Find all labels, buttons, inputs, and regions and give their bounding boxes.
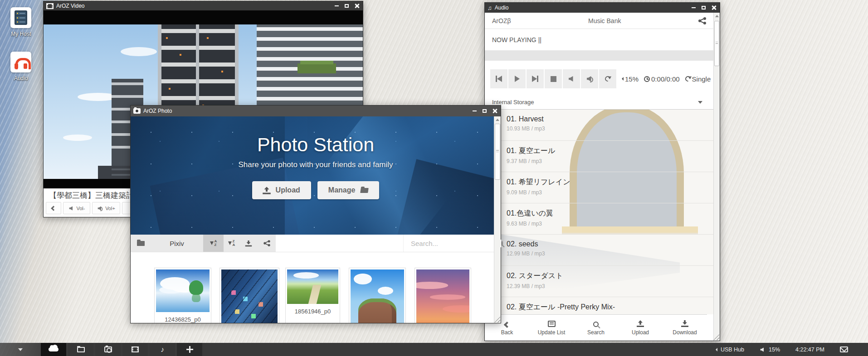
track-meta: 12.99 MB / mp3: [507, 250, 709, 257]
photo-thumbnail-landscape[interactable]: [287, 269, 338, 304]
download-button[interactable]: Download: [663, 320, 707, 336]
upload-button[interactable]: Upload: [252, 181, 311, 199]
previous-track-button[interactable]: [490, 69, 507, 88]
photo-station-subtitle: Share your photo with your friends and f…: [238, 160, 393, 169]
photo-thumbnail-cyber-city[interactable]: [221, 269, 278, 323]
volume-down-button[interactable]: [563, 69, 580, 88]
taskbar-tile-cloud[interactable]: [41, 343, 66, 356]
next-track-button[interactable]: [527, 69, 544, 88]
my-host-tile[interactable]: [10, 7, 31, 28]
search-button[interactable]: Search: [574, 320, 618, 336]
next-icon: [532, 76, 537, 82]
photo-card[interactable]: 18561946_p0: [285, 268, 340, 323]
close-icon: [712, 5, 716, 10]
volume-up-label: Vol+: [105, 206, 115, 211]
photo-window-titlebar[interactable]: ArOZ Photo: [131, 106, 501, 116]
search-icon[interactable]: [501, 241, 503, 246]
photo-thumbnail-sunset[interactable]: [416, 269, 469, 323]
scrollbar-thumb[interactable]: [714, 21, 719, 66]
minimize-button[interactable]: [471, 108, 478, 114]
minimize-button[interactable]: [690, 5, 697, 11]
desktop-icon-audio[interactable]: Audio: [0, 52, 42, 82]
headphones-icon: [15, 58, 27, 69]
sort-ascending-button[interactable]: AZ: [203, 235, 224, 252]
storage-select[interactable]: Internal Storage: [485, 95, 713, 110]
taskbar-tile-files[interactable]: [68, 343, 93, 356]
share-button[interactable]: [258, 235, 276, 252]
maximize-button[interactable]: [700, 5, 707, 11]
audio-tile[interactable]: [10, 52, 31, 72]
time-readout: 0:00/0:00: [644, 75, 680, 83]
track-row[interactable]: ♪ 02. 夏空エール -Pretty Perky Mix-: [485, 297, 713, 314]
photo-scrollbar[interactable]: [494, 116, 501, 323]
close-button[interactable]: [353, 3, 360, 9]
folder-open-icon: [361, 188, 369, 193]
upload-label: Upload: [276, 186, 300, 194]
close-button[interactable]: [491, 108, 498, 114]
photo-thumbnail-building[interactable]: [351, 269, 404, 323]
search-input[interactable]: [411, 240, 501, 247]
triangle-up-icon: [496, 119, 499, 121]
track-row[interactable]: ♪ 02. スターダスト 12.39 MB / mp3: [485, 266, 713, 297]
clock[interactable]: 4:22:47 PM: [795, 346, 824, 353]
video-back-button[interactable]: [46, 202, 61, 214]
speaker-loud-icon: [98, 206, 102, 211]
video-window-titlebar[interactable]: ArOZ Video: [44, 1, 363, 10]
minimize-icon: [473, 111, 477, 111]
close-button[interactable]: [710, 5, 717, 11]
track-row[interactable]: ♪ 01.色違いの翼 9.63 MB / mp3: [485, 203, 713, 235]
volume-up-button[interactable]: Vol+: [92, 202, 120, 214]
scroll-up-button[interactable]: [494, 116, 501, 123]
track-row[interactable]: ♪ 01. 希望リフレイン 9.09 MB / mp3: [485, 172, 713, 203]
add-icon: [186, 346, 193, 353]
desktop-icon-my-host[interactable]: My Host: [0, 7, 42, 37]
scroll-up-button[interactable]: [714, 13, 720, 19]
taskbar-tile-add[interactable]: [177, 343, 202, 356]
stop-button[interactable]: [545, 69, 562, 88]
download-button[interactable]: [239, 235, 258, 252]
search-box[interactable]: [403, 235, 494, 252]
seek-bar[interactable]: [485, 51, 713, 61]
photo-card[interactable]: [414, 268, 471, 323]
photo-thumbnail-sky-tree[interactable]: [156, 269, 210, 312]
audio-scrollbar[interactable]: [713, 13, 720, 341]
camera-icon: [104, 346, 112, 352]
manage-button[interactable]: Manage: [317, 181, 380, 199]
photo-card[interactable]: [219, 268, 279, 323]
audio-window-titlebar[interactable]: ♫ Audio: [485, 3, 720, 13]
track-row[interactable]: ♪ 02. seeds 12.99 MB / mp3: [485, 235, 713, 266]
maximize-button[interactable]: [481, 108, 488, 114]
track-row[interactable]: ♪ 01. 夏空エール 9.37 MB / mp3: [485, 141, 713, 172]
volume-up-button[interactable]: [581, 69, 598, 88]
upload-button[interactable]: Upload: [618, 320, 663, 336]
folder-button[interactable]: [131, 235, 151, 252]
volume-down-button[interactable]: Vol-: [63, 202, 90, 214]
play-mode[interactable]: Single: [685, 75, 711, 83]
play-button[interactable]: [508, 69, 526, 88]
close-icon: [355, 4, 359, 8]
upload-label: Upload: [632, 329, 649, 336]
taskbar-expand-button[interactable]: [0, 348, 41, 351]
mail-icon[interactable]: [840, 346, 848, 352]
taskbar-tile-video[interactable]: [122, 343, 148, 356]
share-icon[interactable]: [698, 17, 706, 24]
photo-toolbar: Pixiv AZ ZA: [131, 235, 494, 252]
minimize-icon: [692, 7, 696, 8]
scrollbar-thumb[interactable]: [495, 124, 500, 180]
volume-tray-item[interactable]: 15%: [760, 346, 780, 353]
film-icon: [46, 3, 54, 9]
chevron-left-icon: [716, 348, 717, 351]
reload-button[interactable]: [599, 69, 616, 88]
maximize-button[interactable]: [343, 3, 350, 9]
photo-grid: 12436825_p0 18561946_p0: [131, 252, 494, 323]
taskbar-tile-photo[interactable]: [95, 343, 121, 356]
sort-descending-button[interactable]: ZA: [224, 235, 239, 252]
taskbar-tile-music[interactable]: ♪: [150, 343, 175, 356]
photo-card[interactable]: 12436825_p0: [154, 268, 211, 323]
usb-hub-tray-item[interactable]: USB Hub: [716, 346, 744, 353]
photo-card[interactable]: [349, 268, 406, 323]
track-row[interactable]: ♪ 01. Harvest 10.93 MB / mp3: [485, 110, 713, 141]
share-icon: [263, 240, 270, 246]
minimize-button[interactable]: [333, 3, 340, 9]
update-list-button[interactable]: Update List: [529, 320, 574, 336]
